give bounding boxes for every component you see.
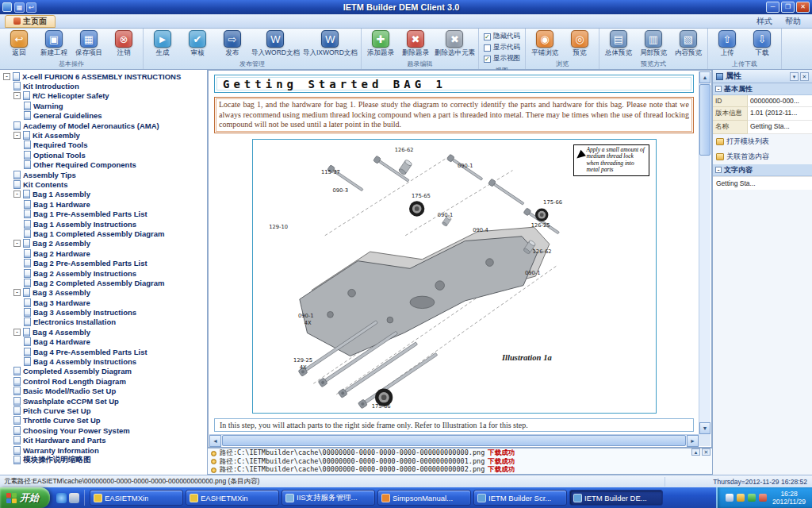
tree-item[interactable]: Electronics Installation bbox=[0, 318, 207, 327]
overall-preview-button[interactable]: ▤总体预览 bbox=[601, 29, 636, 59]
quick-undo-icon[interactable]: ↩ bbox=[26, 2, 36, 13]
tree-item[interactable]: Completed Assembly Diagram bbox=[0, 367, 207, 376]
group-expander-icon[interactable]: - bbox=[715, 86, 722, 92]
property-value[interactable]: 1.01 (2012-11... bbox=[748, 107, 812, 121]
tab-home[interactable]: 主页面 bbox=[5, 15, 56, 28]
expander-icon[interactable]: - bbox=[13, 132, 21, 139]
download-button[interactable]: ⇩下载 bbox=[745, 29, 779, 59]
show-desktop-icon[interactable] bbox=[69, 493, 79, 503]
tree-item[interactable]: Basic Model/Radio Set Up bbox=[0, 387, 207, 396]
log-collapse-button[interactable]: ▴ bbox=[691, 448, 700, 456]
tree-item[interactable]: Bag 2 Hardware bbox=[0, 248, 207, 258]
internet-explorer-icon[interactable] bbox=[56, 493, 67, 503]
tray-network-icon[interactable] bbox=[748, 494, 756, 502]
tree-item[interactable]: Warning bbox=[0, 101, 207, 110]
taskbar-button[interactable]: IETM Builder DE... bbox=[569, 490, 663, 506]
review-button[interactable]: ✔审核 bbox=[180, 29, 215, 59]
view-option-checkbox[interactable]: 显示代码 bbox=[484, 43, 520, 52]
tree-item[interactable]: -Bag 3 Assembly bbox=[0, 288, 207, 298]
text-content-value[interactable]: Getting Sta... bbox=[713, 176, 812, 190]
illustration-frame[interactable]: 126-62115-37090-3090-1175-65090-1129-100… bbox=[252, 139, 657, 414]
tree-item[interactable]: Kit Contents bbox=[0, 179, 207, 189]
tray-update-icon[interactable] bbox=[737, 494, 745, 502]
text-content-group[interactable]: - 文字内容 bbox=[713, 164, 812, 176]
expander-icon[interactable]: - bbox=[3, 73, 10, 80]
vertical-scroll-thumb[interactable] bbox=[699, 84, 710, 156]
tree-item[interactable]: Bag 2 Completed Assembly Diagram bbox=[0, 278, 207, 287]
tree-item[interactable]: Assembly Tips bbox=[0, 170, 207, 179]
tray-volume-icon[interactable] bbox=[726, 494, 733, 502]
tree-item[interactable]: Warranty Information bbox=[0, 445, 207, 455]
content-preview-button[interactable]: ▧内容预览 bbox=[671, 29, 706, 59]
tree-item[interactable]: Bag 3 Hardware bbox=[0, 298, 207, 307]
horizontal-scroll-thumb[interactable] bbox=[222, 435, 686, 446]
import-word-button[interactable]: W导入WORD文档 bbox=[250, 29, 301, 59]
tree-item[interactable]: General Guidelines bbox=[0, 111, 207, 121]
scroll-right-arrow[interactable]: ► bbox=[687, 435, 699, 447]
partial-preview-button[interactable]: ▥局部预览 bbox=[636, 29, 671, 59]
property-value[interactable]: 00000000-000... bbox=[748, 95, 812, 107]
tree-item[interactable]: Bag 2 Assembly Instructions bbox=[0, 268, 207, 278]
tree-item[interactable]: Bag 4 Assembly Instructions bbox=[0, 356, 207, 366]
taskbar-button[interactable]: EASHETMXin bbox=[186, 490, 279, 506]
expander-icon[interactable]: - bbox=[13, 190, 21, 198]
tree-item[interactable]: Throttle Curve Set Up bbox=[0, 416, 207, 425]
tree-item[interactable]: Control Rod Length Diagram bbox=[0, 376, 207, 386]
expander-icon[interactable]: - bbox=[13, 329, 21, 336]
minimize-button[interactable]: ─ bbox=[766, 2, 779, 13]
properties-close-button[interactable]: ✕ bbox=[800, 72, 809, 81]
tree-item[interactable]: Bag 1 Hardware bbox=[0, 199, 207, 209]
tree-item[interactable]: Bag 2 Pre-Assembled Parts List bbox=[0, 258, 207, 267]
menu-help[interactable]: 帮助 bbox=[779, 16, 807, 27]
scroll-up-arrow[interactable]: ▲ bbox=[699, 71, 710, 83]
taskbar-button[interactable]: EASIETMXin bbox=[90, 490, 183, 506]
tree-item[interactable]: -R/C Helicopter Safety bbox=[0, 91, 207, 101]
tree-item[interactable]: Bag 1 Completed Assembly Diagram bbox=[0, 229, 207, 238]
tree-item[interactable]: Bag 4 Pre-Assembled Parts List bbox=[0, 347, 207, 356]
view-option-checkbox[interactable]: ✓隐藏代码 bbox=[484, 32, 520, 41]
properties-pin-button[interactable]: ▾ bbox=[790, 72, 799, 81]
tree-item[interactable]: Bag 1 Assembly Instructions bbox=[0, 219, 207, 229]
publish-button[interactable]: ⇨发布 bbox=[215, 29, 250, 59]
horizontal-scrollbar[interactable]: ◄ ► bbox=[209, 434, 699, 446]
property-value[interactable]: Getting Sta... bbox=[748, 121, 812, 134]
maximize-button[interactable]: ❐ bbox=[781, 2, 795, 13]
delete-entry-button[interactable]: ✖删除题录 bbox=[398, 29, 433, 59]
scroll-left-arrow[interactable]: ◄ bbox=[209, 435, 221, 447]
tray-clock[interactable]: 16:28 2012/11/29 bbox=[770, 490, 806, 506]
tree-item[interactable]: Kit Introduction bbox=[0, 81, 207, 90]
property-link[interactable]: 关联首选内容 bbox=[713, 149, 812, 164]
delete-element-button[interactable]: ✖删除选中元素 bbox=[433, 29, 477, 59]
scroll-down-arrow[interactable]: ▼ bbox=[699, 422, 710, 434]
tree-item[interactable]: Pitch Curve Set Up bbox=[0, 406, 207, 415]
view-option-checkbox[interactable]: ✓显示视图 bbox=[484, 54, 520, 64]
taskbar-button[interactable]: IIS支持服务管理... bbox=[282, 490, 375, 506]
section-heading-box[interactable]: Getting Started BAG 1 bbox=[214, 75, 694, 93]
quick-save-icon[interactable]: ▦ bbox=[14, 2, 25, 13]
tree-item[interactable]: Other Required Components bbox=[0, 160, 207, 170]
tree-item[interactable]: Bag 4 Hardware bbox=[0, 337, 207, 347]
tree-item[interactable]: -Kit Assembly bbox=[0, 130, 207, 140]
preview-button[interactable]: ◎预览 bbox=[562, 29, 597, 59]
save-project-button[interactable]: ▦保存项目 bbox=[71, 29, 106, 59]
tree-item[interactable]: Choosing Your Power System bbox=[0, 425, 207, 435]
tree-item[interactable]: 模块操作说明缩略图 bbox=[0, 455, 207, 464]
import-ixword-button[interactable]: W导入IXWORD文档 bbox=[301, 29, 359, 59]
logout-button[interactable]: ⊗注销 bbox=[106, 29, 141, 59]
start-button[interactable]: 开始 bbox=[0, 487, 50, 508]
expander-icon[interactable]: - bbox=[13, 92, 21, 99]
tree-item[interactable]: -Bag 2 Assembly bbox=[0, 239, 207, 248]
back-button[interactable]: ↩返回 bbox=[2, 29, 36, 59]
vertical-scrollbar[interactable]: ▲ ▼ bbox=[699, 71, 710, 434]
close-button[interactable]: ✕ bbox=[796, 2, 810, 13]
step-note-box[interactable]: In this step, you will attach parts to t… bbox=[214, 418, 694, 432]
tray-antivirus-icon[interactable] bbox=[759, 494, 767, 502]
group-expander-icon[interactable]: - bbox=[715, 167, 722, 173]
generate-button[interactable]: ►生成 bbox=[145, 29, 180, 59]
tree-item[interactable]: Bag 3 Assembly Instructions bbox=[0, 307, 207, 317]
add-entry-button[interactable]: ✚添加题录 bbox=[363, 29, 398, 59]
tree-item[interactable]: Swashplate eCCPM Set Up bbox=[0, 396, 207, 406]
tree-item[interactable]: Academy of Model Aeronautics (AMA) bbox=[0, 121, 207, 130]
expander-icon[interactable]: - bbox=[13, 240, 21, 247]
upload-button[interactable]: ⇧上传 bbox=[710, 29, 745, 59]
